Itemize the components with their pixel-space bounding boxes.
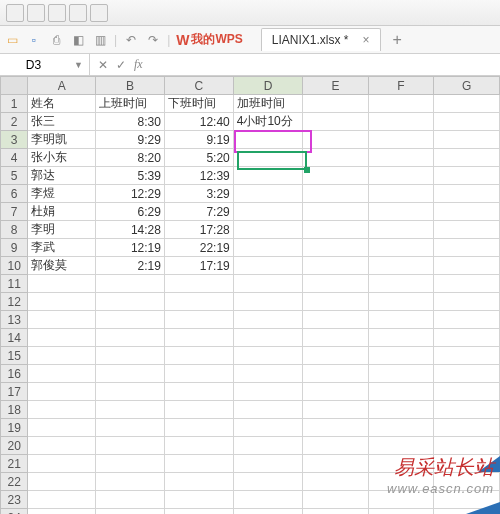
- cell[interactable]: [96, 419, 165, 437]
- cell[interactable]: [303, 131, 369, 149]
- cell[interactable]: [233, 437, 302, 455]
- cell[interactable]: [368, 275, 434, 293]
- row-header-4[interactable]: 4: [1, 149, 28, 167]
- cell[interactable]: [164, 419, 233, 437]
- cell[interactable]: [233, 239, 302, 257]
- cell[interactable]: 郭俊莫: [28, 257, 96, 275]
- cell[interactable]: [96, 329, 165, 347]
- cell[interactable]: 李煜: [28, 185, 96, 203]
- cell-reference-input[interactable]: [6, 58, 61, 72]
- name-box[interactable]: ▼: [0, 54, 90, 75]
- row-header-13[interactable]: 13: [1, 311, 28, 329]
- cell[interactable]: [233, 491, 302, 509]
- cell[interactable]: 李武: [28, 239, 96, 257]
- ribbon-icon[interactable]: [90, 4, 108, 22]
- row-header-6[interactable]: 6: [1, 185, 28, 203]
- cell[interactable]: 张三: [28, 113, 96, 131]
- row-header-18[interactable]: 18: [1, 401, 28, 419]
- cell[interactable]: 张小东: [28, 149, 96, 167]
- col-header-E[interactable]: E: [303, 77, 369, 95]
- cell[interactable]: [368, 329, 434, 347]
- cell[interactable]: 12:19: [96, 239, 165, 257]
- cell[interactable]: [368, 113, 434, 131]
- cell[interactable]: [164, 347, 233, 365]
- cell[interactable]: [434, 221, 500, 239]
- cell[interactable]: 姓名: [28, 95, 96, 113]
- cell[interactable]: [434, 131, 500, 149]
- cell[interactable]: [96, 311, 165, 329]
- cell[interactable]: [434, 365, 500, 383]
- cell[interactable]: [96, 293, 165, 311]
- cell[interactable]: [368, 239, 434, 257]
- cell[interactable]: [233, 185, 302, 203]
- fx-icon[interactable]: fx: [134, 57, 143, 72]
- row-header-10[interactable]: 10: [1, 257, 28, 275]
- cell[interactable]: [303, 365, 369, 383]
- cell[interactable]: [303, 473, 369, 491]
- cell[interactable]: [28, 383, 96, 401]
- cell[interactable]: 加班时间: [233, 95, 302, 113]
- cell[interactable]: [434, 95, 500, 113]
- cell[interactable]: [233, 257, 302, 275]
- row-header-2[interactable]: 2: [1, 113, 28, 131]
- cell[interactable]: [233, 509, 302, 515]
- col-header-B[interactable]: B: [96, 77, 165, 95]
- cell[interactable]: [303, 311, 369, 329]
- row-header-7[interactable]: 7: [1, 203, 28, 221]
- row-header-17[interactable]: 17: [1, 383, 28, 401]
- cell[interactable]: [303, 275, 369, 293]
- cell[interactable]: [28, 347, 96, 365]
- cell[interactable]: [96, 275, 165, 293]
- undo-icon[interactable]: ↶: [123, 32, 139, 48]
- cell[interactable]: [96, 401, 165, 419]
- cell[interactable]: 22:19: [164, 239, 233, 257]
- cell[interactable]: [303, 149, 369, 167]
- cell[interactable]: [368, 311, 434, 329]
- cell[interactable]: [96, 473, 165, 491]
- cell[interactable]: [233, 131, 302, 149]
- cell[interactable]: 5:20: [164, 149, 233, 167]
- cell[interactable]: 17:19: [164, 257, 233, 275]
- cell[interactable]: [28, 473, 96, 491]
- cell[interactable]: [368, 167, 434, 185]
- redo-icon[interactable]: ↷: [145, 32, 161, 48]
- cell[interactable]: 6:29: [96, 203, 165, 221]
- cell[interactable]: 下班时间: [164, 95, 233, 113]
- cell[interactable]: [303, 203, 369, 221]
- cell[interactable]: [233, 275, 302, 293]
- cell[interactable]: [164, 455, 233, 473]
- cell[interactable]: [233, 221, 302, 239]
- col-header-D[interactable]: D: [233, 77, 302, 95]
- cell[interactable]: [164, 491, 233, 509]
- save-icon[interactable]: ▫: [26, 32, 42, 48]
- cell[interactable]: [233, 167, 302, 185]
- col-header-F[interactable]: F: [368, 77, 434, 95]
- mywps-button[interactable]: W 我的WPS: [176, 31, 243, 48]
- cell[interactable]: [368, 131, 434, 149]
- cell[interactable]: [434, 293, 500, 311]
- cell[interactable]: [96, 365, 165, 383]
- cell[interactable]: [434, 239, 500, 257]
- cell[interactable]: 12:40: [164, 113, 233, 131]
- cell[interactable]: [28, 365, 96, 383]
- cell[interactable]: 李明: [28, 221, 96, 239]
- row-header-21[interactable]: 21: [1, 455, 28, 473]
- ribbon-icon[interactable]: [69, 4, 87, 22]
- cell[interactable]: 12:29: [96, 185, 165, 203]
- cell[interactable]: [303, 329, 369, 347]
- cell[interactable]: 5:39: [96, 167, 165, 185]
- cell[interactable]: [434, 347, 500, 365]
- cell[interactable]: [96, 347, 165, 365]
- cell[interactable]: 2:19: [96, 257, 165, 275]
- cell[interactable]: [368, 185, 434, 203]
- select-all-corner[interactable]: [1, 77, 28, 95]
- cell[interactable]: [303, 383, 369, 401]
- col-header-G[interactable]: G: [434, 77, 500, 95]
- cell[interactable]: [164, 365, 233, 383]
- cell[interactable]: [434, 401, 500, 419]
- cell[interactable]: 9:19: [164, 131, 233, 149]
- cell[interactable]: [303, 221, 369, 239]
- cell[interactable]: [96, 383, 165, 401]
- cell[interactable]: [28, 293, 96, 311]
- row-header-15[interactable]: 15: [1, 347, 28, 365]
